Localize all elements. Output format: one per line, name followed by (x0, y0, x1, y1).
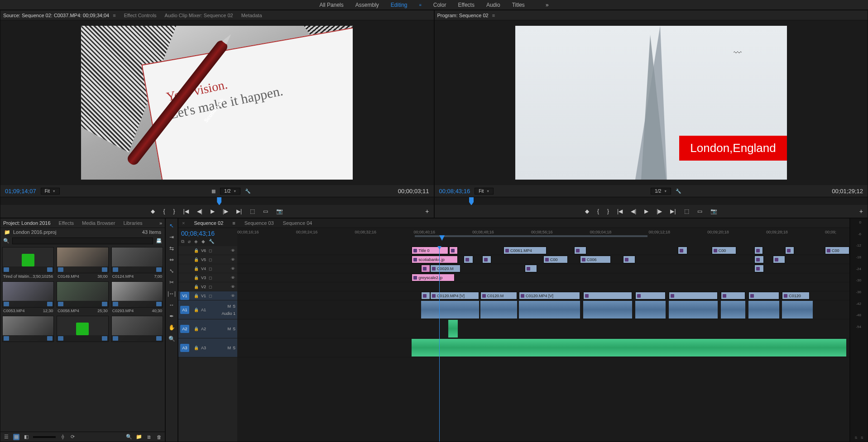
bin-item[interactable]: C0149.MP438;00 (57, 247, 108, 279)
timeline-clip[interactable]: C00 (712, 247, 736, 254)
source-monitor[interactable]: Your vision. Let's make it happen. Scoti… (0, 20, 434, 185)
p-in-icon[interactable]: { (597, 208, 599, 214)
slip-tool-icon[interactable]: |↔| (166, 288, 177, 299)
program-timecode[interactable]: 00;08;43;16 (439, 188, 470, 195)
bin-item[interactable]: C0293.MP440;30 (111, 281, 163, 313)
find-icon[interactable]: 🔍 (126, 434, 132, 440)
track-select-tool-icon[interactable]: ⇥ (166, 232, 177, 242)
video-lane[interactable]: scotiabank4.jpC00C006 (237, 255, 849, 264)
timeline-clip[interactable]: C0120.M (480, 292, 517, 299)
bin-item[interactable] (2, 316, 54, 343)
new-bin2-icon[interactable]: 📁 (136, 434, 142, 440)
snap-icon[interactable]: ⧉ (181, 239, 184, 244)
zoom-slider[interactable] (33, 436, 56, 438)
timeline-clip[interactable] (635, 292, 666, 299)
program-fit-dropdown[interactable]: Fit (475, 188, 494, 195)
goto-out-icon[interactable]: ▶| (236, 208, 242, 214)
overwrite-icon[interactable]: ▭ (263, 208, 268, 214)
timeline-clip[interactable] (773, 256, 785, 263)
source-tab[interactable]: Source: Sequence 02: C0037.MP4: 00;09;34… (3, 13, 109, 18)
timeline-clip[interactable]: C00 (825, 247, 849, 254)
timeline-clip[interactable]: greyscale2.jp (412, 274, 455, 281)
p-add-button-icon[interactable]: + (859, 208, 863, 215)
slide-tool-icon[interactable]: ↔ (166, 299, 177, 310)
tab-effects[interactable]: Effects (458, 2, 474, 8)
sort-icon[interactable]: ⟠ (59, 434, 66, 440)
timeline-clip[interactable]: C0120.MP4 [V] (430, 292, 479, 299)
source-timecode-in[interactable]: 01;09;14;07 (5, 188, 36, 195)
video-lane[interactable]: C0120.MP4 [V]C0120.MC0120.MP4 [V]C0120 (237, 291, 849, 300)
bin-item[interactable]: C0124.MP47;00 (111, 247, 163, 279)
timeline-clip[interactable] (464, 256, 473, 263)
video-lane[interactable]: greyscale2.jp (237, 273, 849, 282)
markin-icon[interactable]: { (163, 208, 165, 214)
p-play-icon[interactable]: ▶ (644, 208, 648, 214)
bin-item[interactable]: Tired of Waitin...3;50;10256 (2, 247, 54, 279)
audio-clip[interactable] (421, 301, 430, 318)
effect-controls-tab[interactable]: Effect Controls (124, 13, 157, 18)
rate-tool-icon[interactable]: ⤡ (166, 266, 177, 276)
pen-tool-icon[interactable]: ✒ (166, 311, 177, 322)
seq02-tab[interactable]: Sequence 02 (194, 220, 223, 226)
mark-in-icon[interactable]: ◆ (151, 208, 155, 214)
source-tab-menu-icon[interactable]: ≡ (113, 13, 115, 18)
proj-overflow-icon[interactable]: » (159, 220, 162, 226)
play-icon[interactable]: ▶ (211, 208, 215, 214)
tab-editing[interactable]: Editing (391, 2, 408, 8)
video-track-head[interactable]: 🔒V2◻👁 (178, 282, 237, 291)
bin-item[interactable]: C0058.MP425;30 (57, 281, 108, 313)
settings2-icon[interactable]: ◆ (201, 239, 205, 244)
audio-mixer-tab[interactable]: Audio Clip Mixer: Sequence 02 (165, 13, 233, 18)
hand-tool-icon[interactable]: ✋ (166, 322, 177, 333)
video-lane[interactable]: Title 0C0061.MP4C00C00 (237, 246, 849, 255)
timeline-clip[interactable] (754, 265, 763, 272)
automate-icon[interactable]: ⟳ (69, 434, 76, 440)
libraries-tab[interactable]: Libraries (123, 220, 142, 226)
linked-sel-icon[interactable]: ⌀ (188, 239, 191, 244)
tab-titles[interactable]: Titles (512, 2, 525, 8)
markout-icon[interactable]: } (173, 208, 175, 214)
audio-lane[interactable] (237, 300, 849, 319)
timeline-clip[interactable] (623, 256, 635, 263)
seq04-tab[interactable]: Sequence 04 (283, 220, 312, 226)
video-track-head[interactable]: 🔒V5◻👁 (178, 255, 237, 264)
video-track-head[interactable]: 🔒V6◻👁 (178, 246, 237, 255)
timeline-clip[interactable] (525, 265, 537, 272)
tab-overflow-icon[interactable]: » (546, 2, 549, 8)
step-fwd-icon[interactable]: |▶ (223, 208, 228, 214)
timeline-clip[interactable] (678, 247, 687, 254)
timeline-clip[interactable]: scotiabank4.jp (412, 256, 457, 263)
bin-item[interactable] (111, 316, 163, 343)
timeline-clip[interactable]: C0020.M (430, 265, 461, 272)
tab-audio[interactable]: Audio (486, 2, 500, 8)
timeline-clip[interactable] (785, 247, 794, 254)
proj-effects-tab[interactable]: Effects (59, 220, 74, 226)
project-search-input[interactable] (12, 238, 153, 244)
timeline-clip[interactable] (721, 292, 745, 299)
timeline-clip[interactable] (421, 265, 430, 272)
p-export-frame-icon[interactable]: 📷 (710, 208, 717, 214)
program-ruler[interactable] (435, 197, 868, 205)
track-lanes[interactable]: Title 0C0061.MP4C00C00scotiabank4.jpC00C… (237, 246, 849, 442)
new-item-icon[interactable]: 🗎 (146, 434, 152, 440)
seq-menu-icon[interactable]: ≡ (232, 220, 235, 226)
goto-in-icon[interactable]: |◀ (183, 208, 189, 214)
prog-wrench-icon[interactable]: 🔧 (676, 189, 681, 194)
list-view-icon[interactable]: ☰ (3, 434, 10, 440)
zoom-tool-icon[interactable]: 🔍 (166, 333, 177, 344)
program-tab-menu-icon[interactable]: ≡ (492, 13, 495, 18)
video-lane[interactable]: C0020.M (237, 264, 849, 273)
icon-view-icon[interactable]: ▦ (13, 434, 19, 440)
bin-item[interactable] (57, 316, 108, 343)
p-mark-icon[interactable]: ◆ (585, 208, 589, 214)
timeline-ruler[interactable]: 00;08;16;1600;08;24;1600;08;32;1600;08;4… (237, 228, 849, 246)
video-track-head[interactable]: 🔒V4◻👁 (178, 264, 237, 273)
timeline-clip[interactable] (754, 256, 763, 263)
insert-icon[interactable]: ⬚ (250, 208, 255, 214)
video-lane[interactable] (237, 282, 849, 291)
source-fit-dropdown[interactable]: Fit (41, 188, 60, 195)
ripple-tool-icon[interactable]: ⇆ (166, 243, 177, 254)
program-res-dropdown[interactable]: 1/2 (651, 188, 671, 195)
p-step-fwd-icon[interactable]: |▶ (657, 208, 662, 214)
timeline-clip[interactable]: Title 0 (412, 247, 448, 254)
